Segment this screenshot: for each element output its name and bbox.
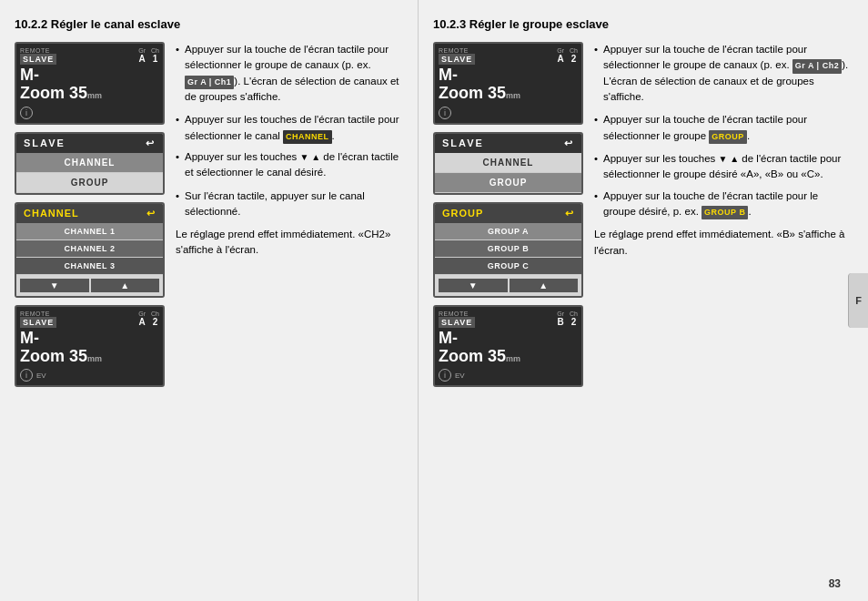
right-bullets-1: Appuyer sur la touche de l'écran tactile… [594, 42, 853, 105]
right-nav-down[interactable]: ▼ [439, 279, 508, 292]
right-remote-label-1: REMOTE [439, 47, 475, 54]
right-gr-value-1: A [558, 54, 564, 64]
right-gr-label-2: Gr [557, 311, 564, 317]
right-screen-column: REMOTE SLAVE Gr A Ch 2 [433, 42, 583, 586]
left-bullets-3: Sur l'écran tactile, appuyer sur le cana… [176, 188, 403, 220]
right-channel-item[interactable]: CHANNEL [435, 153, 581, 173]
right-gb[interactable]: GROUP B [435, 240, 581, 258]
right-text-column: Appuyer sur la touche de l'écran tactile… [594, 42, 853, 586]
right-slave-header: SLAVE ↩ [435, 134, 581, 153]
left-return-icon: ↩ [146, 138, 156, 149]
right-info-icon-2: i [439, 369, 451, 382]
left-ch1[interactable]: CHANNEL 1 [16, 223, 163, 240]
right-nav-up[interactable]: ▲ [510, 279, 579, 292]
right-gr-label-1: Gr [557, 47, 564, 54]
right-group-item[interactable]: GROUP [435, 173, 581, 193]
left-ch2[interactable]: CHANNEL 2 [16, 240, 163, 258]
right-ch-label-2: Ch [570, 311, 578, 317]
right-ga[interactable]: GROUP A [435, 223, 581, 240]
right-camera-model-2: M- Zoom 35mm [439, 330, 578, 366]
left-badge-1: Gr A | Ch1 [185, 76, 234, 90]
right-bullet-4: Appuyer sur la touche de l'écran tactile… [594, 188, 853, 220]
right-group-return-icon: ↩ [565, 208, 574, 219]
left-channel-screen: CHANNEL ↩ CHANNEL 1 CHANNEL 2 CHANNEL 3 … [15, 202, 165, 298]
right-groupb-badge: GROUP B [701, 206, 748, 220]
right-content: REMOTE SLAVE Gr A Ch 2 [433, 42, 853, 586]
right-ch-value-2: 2 [571, 317, 577, 327]
left-info-icon-1: i [20, 107, 33, 119]
right-slave-badge-2: SLAVE [439, 317, 475, 328]
left-ev-badge: EV [36, 372, 46, 380]
left-remote-label-2: REMOTE [20, 311, 56, 317]
right-info-icon-1: i [439, 107, 451, 119]
left-nav-down[interactable]: ▼ [20, 279, 89, 292]
page-number: 83 [829, 577, 841, 590]
left-ch-label-1: Ch [151, 47, 159, 54]
left-channel-return-icon: ↩ [146, 208, 156, 219]
left-info-icon-2: i [20, 369, 33, 382]
left-slave-menu: SLAVE ↩ CHANNEL GROUP [15, 132, 165, 195]
left-nav-up[interactable]: ▲ [91, 279, 160, 292]
right-group-screen: GROUP ↩ GROUP A GROUP B GROUP C ▼ ▲ [433, 202, 583, 298]
right-remote-label-2: REMOTE [439, 311, 475, 317]
right-ch-label-1: Ch [570, 47, 578, 54]
right-bullets-3: Appuyer sur les touches ▼ ▲ de l'écran t… [594, 151, 853, 219]
right-bullet-3: Appuyer sur les touches ▼ ▲ de l'écran t… [594, 151, 853, 183]
page-container: 10.2.2 Régler le canal esclave REMOTE SL… [0, 0, 868, 601]
left-slave-badge-1: SLAVE [20, 54, 56, 65]
right-group-nav: ▼ ▲ [435, 275, 581, 296]
right-camera-screen-2: REMOTE SLAVE Gr B Ch 2 [433, 305, 583, 388]
right-gc[interactable]: GROUP C [435, 258, 581, 275]
right-camera-screen-1: REMOTE SLAVE Gr A Ch 2 [433, 42, 583, 125]
right-bullet-1: Appuyer sur la touche de l'écran tactile… [594, 42, 853, 105]
right-footer: Le réglage prend effet immédiatement. «B… [594, 227, 853, 259]
right-badge-1: Gr A | Ch2 [792, 59, 842, 74]
left-channel-badge: CHANNEL [283, 130, 332, 145]
left-ch-label-2: Ch [151, 311, 159, 317]
left-slave-badge-2: SLAVE [20, 317, 56, 328]
left-text-column: Appuyer sur la touche de l'écran tactile… [176, 42, 403, 586]
left-ch3[interactable]: CHANNEL 3 [16, 258, 163, 275]
left-bullet-2: Appuyer sur les touches de l'écran tacti… [176, 112, 403, 144]
left-ch-value-2: 2 [153, 317, 158, 327]
left-bullet-1: Appuyer sur la touche de l'écran tactile… [176, 42, 403, 105]
left-gr-label-2: Gr [138, 311, 146, 317]
right-ch-value-1: 2 [571, 54, 577, 64]
left-camera-screen-2: REMOTE SLAVE Gr A Ch 2 [15, 305, 165, 388]
side-tab-f: F [848, 273, 868, 328]
right-gr-value-2: B [558, 317, 564, 327]
left-channel-item[interactable]: CHANNEL [16, 153, 163, 173]
left-gr-value-1: A [139, 54, 146, 64]
left-gr-label-1: Gr [138, 47, 146, 54]
right-slave-badge-1: SLAVE [439, 54, 475, 65]
right-bullet-2: Appuyer sur la touche de l'écran tactile… [594, 112, 853, 144]
right-group-header: GROUP ↩ [435, 204, 581, 223]
left-bullets: Appuyer sur la touche de l'écran tactile… [176, 42, 403, 105]
left-camera-model-1: M- Zoom 35mm [20, 66, 159, 103]
right-ev-badge: EV [455, 372, 465, 380]
left-channel-nav: ▼ ▲ [16, 275, 163, 296]
left-slave-header: SLAVE ↩ [16, 134, 163, 153]
right-camera-model-1: M- Zoom 35mm [439, 66, 578, 103]
right-return-icon: ↩ [564, 138, 574, 149]
left-bullet-4: Sur l'écran tactile, appuyer sur le cana… [176, 188, 403, 220]
right-section: 10.2.3 Régler le groupe esclave REMOTE S… [419, 0, 868, 601]
left-content: REMOTE SLAVE Gr A Ch 1 [15, 42, 403, 586]
left-camera-screen-1: REMOTE SLAVE Gr A Ch 1 [15, 42, 165, 125]
left-bullets-2: Appuyer sur les touches de l'écran tacti… [176, 112, 403, 180]
left-bullet-3: Appuyer sur les touches ▼ ▲ de l'écran t… [176, 149, 403, 181]
left-gr-value-2: A [139, 317, 146, 327]
left-remote-label-1: REMOTE [20, 47, 56, 54]
right-slave-menu: SLAVE ↩ CHANNEL GROUP [433, 132, 583, 195]
left-group-item[interactable]: GROUP [16, 173, 163, 193]
right-bullets-2: Appuyer sur la touche de l'écran tactile… [594, 112, 853, 144]
left-title: 10.2.2 Régler le canal esclave [15, 16, 403, 33]
left-camera-model-2: M- Zoom 35mm [20, 330, 159, 366]
left-section: 10.2.2 Régler le canal esclave REMOTE SL… [0, 0, 419, 601]
left-channel-header: CHANNEL ↩ [16, 204, 163, 223]
left-screen-column: REMOTE SLAVE Gr A Ch 1 [15, 42, 165, 586]
right-title: 10.2.3 Régler le groupe esclave [433, 16, 853, 33]
left-ch-value-1: 1 [153, 54, 158, 64]
right-group-badge: GROUP [709, 130, 747, 145]
left-footer: Le réglage prend effet immédiatement. «C… [176, 227, 403, 259]
